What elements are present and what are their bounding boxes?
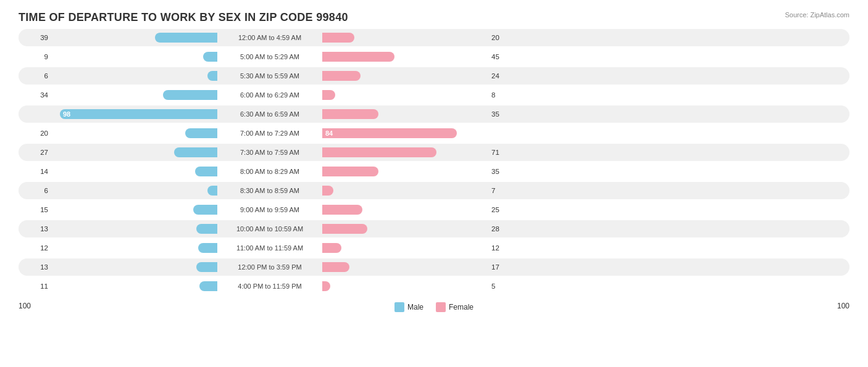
male-bar [193, 205, 217, 215]
time-label: 4:00 PM to 11:59 PM [217, 282, 322, 290]
female-bar [322, 71, 361, 81]
male-bar-wrap [51, 186, 217, 196]
time-label: 6:00 AM to 6:29 AM [217, 91, 322, 99]
table-row: 986:30 AM to 6:59 AM35 [19, 105, 849, 123]
female-value: 5 [489, 282, 521, 290]
chart-container: TIME OF DEPARTURE TO WORK BY SEX IN ZIP … [0, 0, 868, 367]
male-bar-wrap [51, 90, 217, 100]
legend-male-box [394, 302, 404, 312]
male-value: 39 [19, 34, 51, 41]
female-bar [322, 281, 330, 291]
male-bar-wrap: 98 [51, 109, 217, 119]
table-row: 159:00 AM to 9:59 AM25 [19, 201, 849, 218]
chart-title: TIME OF DEPARTURE TO WORK BY SEX IN ZIP … [19, 11, 849, 24]
female-bar-wrap [322, 281, 489, 291]
male-bar-wrap [51, 224, 217, 234]
table-row: 1211:00 AM to 11:59 AM12 [19, 239, 849, 257]
time-label: 5:00 AM to 5:29 AM [217, 53, 322, 60]
female-bar-wrap [322, 52, 489, 62]
female-bar-wrap: 84 [322, 128, 489, 138]
male-bar-wrap [51, 243, 217, 253]
female-bar [322, 52, 394, 62]
male-bar-wrap [51, 205, 217, 215]
chart-area: 3912:00 AM to 4:59 AM2095:00 AM to 5:29 … [19, 29, 849, 311]
time-label: 9:00 AM to 9:59 AM [217, 206, 322, 213]
male-value: 6 [19, 187, 51, 194]
female-bar [322, 33, 354, 43]
legend-female-label: Female [449, 303, 474, 311]
time-label: 5:30 AM to 5:59 AM [217, 72, 322, 80]
male-value: 9 [19, 53, 51, 60]
male-value: 34 [19, 91, 51, 99]
table-row: 65:30 AM to 5:59 AM24 [19, 67, 849, 85]
male-value: 11 [19, 282, 51, 290]
chart-rows: 3912:00 AM to 4:59 AM2095:00 AM to 5:29 … [19, 29, 849, 297]
male-value: 27 [19, 149, 51, 156]
male-value: 15 [19, 206, 51, 213]
male-bar-wrap [51, 167, 217, 176]
male-bar [207, 71, 217, 81]
table-row: 68:30 AM to 8:59 AM7 [19, 182, 849, 199]
male-bar-wrap [51, 147, 217, 157]
female-bar-wrap [322, 167, 489, 176]
male-bar: 98 [60, 109, 217, 119]
female-value: 8 [489, 91, 521, 99]
male-value: 13 [19, 225, 51, 233]
legend: Male Female [394, 302, 474, 312]
male-bar [174, 147, 217, 157]
time-label: 11:00 AM to 11:59 AM [217, 244, 322, 252]
female-value: 45 [489, 53, 521, 60]
female-bar [322, 205, 362, 215]
male-value: 6 [19, 72, 51, 80]
female-value: 71 [489, 149, 521, 156]
male-value: 14 [19, 168, 51, 175]
female-bar: 84 [322, 128, 457, 138]
female-bar [322, 109, 378, 119]
axis-left-label: 100 [19, 302, 31, 310]
male-value: 13 [19, 263, 51, 271]
time-label: 12:00 AM to 4:59 AM [217, 34, 322, 41]
table-row: 207:00 AM to 7:29 AM84 [19, 125, 849, 142]
source-text: Source: ZipAtlas.com [785, 11, 849, 19]
time-label: 6:30 AM to 6:59 AM [217, 110, 322, 118]
female-bar-wrap [322, 71, 489, 81]
male-bar [199, 281, 217, 291]
female-value: 7 [489, 187, 521, 194]
legend-female: Female [436, 302, 474, 312]
table-row: 346:00 AM to 6:29 AM8 [19, 86, 849, 104]
female-bar-wrap [322, 90, 489, 100]
female-bar-wrap [322, 205, 489, 215]
male-value: 12 [19, 244, 51, 252]
female-bar-wrap [322, 224, 489, 234]
female-bar [322, 224, 367, 234]
bottom-row: 100 Male Female 100 [19, 300, 849, 312]
female-value: 17 [489, 263, 521, 271]
male-bar-wrap [51, 33, 217, 43]
male-bar [163, 90, 217, 100]
male-bar-wrap [51, 281, 217, 291]
legend-female-box [436, 302, 446, 312]
table-row: 148:00 AM to 8:29 AM35 [19, 163, 849, 180]
female-bar-wrap [322, 147, 489, 157]
table-row: 277:30 AM to 7:59 AM71 [19, 144, 849, 161]
legend-male: Male [394, 302, 424, 312]
female-value: 20 [489, 34, 521, 41]
male-bar [198, 243, 217, 253]
female-value: 28 [489, 225, 521, 233]
female-bar [322, 262, 349, 272]
time-label: 7:30 AM to 7:59 AM [217, 149, 322, 156]
time-label: 10:00 AM to 10:59 AM [217, 225, 322, 233]
female-value: 12 [489, 244, 521, 252]
axis-right-label: 100 [837, 302, 849, 310]
male-bar [195, 167, 217, 176]
time-label: 8:30 AM to 8:59 AM [217, 187, 322, 194]
table-row: 114:00 PM to 11:59 PM5 [19, 278, 849, 295]
male-bar [155, 33, 217, 43]
male-bar-wrap [51, 52, 217, 62]
female-bar [322, 186, 333, 196]
female-bar [322, 147, 436, 157]
female-value: 24 [489, 72, 521, 80]
female-bar-wrap [322, 243, 489, 253]
male-value: 20 [19, 130, 51, 137]
table-row: 95:00 AM to 5:29 AM45 [19, 48, 849, 65]
